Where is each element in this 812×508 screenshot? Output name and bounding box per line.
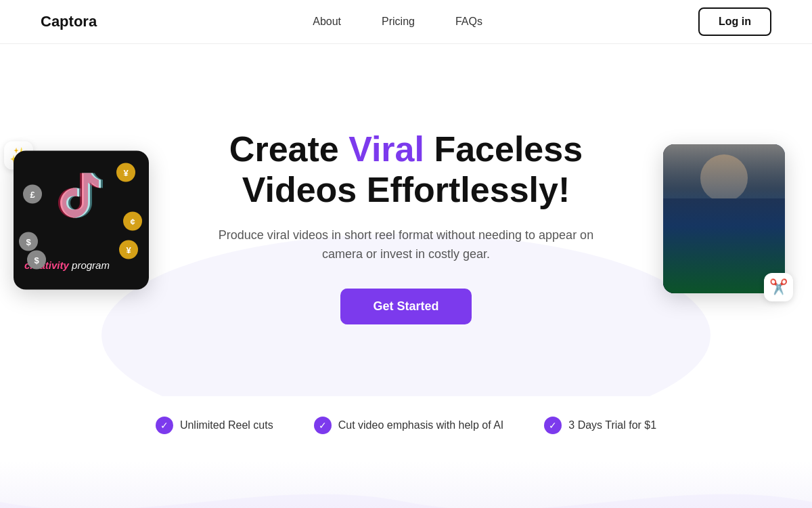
hero-right-illustration: ✂️ [663, 144, 798, 296]
video-overlay [663, 144, 785, 293]
feature-item-2: ✓ 3 Days Trial for $1 [544, 417, 656, 434]
hero-subtitle: Produce viral videos in short reel forma… [210, 226, 602, 265]
navbar: Captora About Pricing FAQs Log in [0, 0, 812, 44]
nav-link-pricing[interactable]: Pricing [382, 16, 415, 28]
hero-left-illustration: ✨ ¥ £ ¢ $ ¥ $ [14, 151, 176, 290]
hero-title-accent: Viral [348, 129, 424, 169]
coin-1: ¥ [116, 163, 135, 182]
coin-5: ¥ [119, 240, 138, 259]
coin-6: $ [27, 251, 46, 270]
video-thumbnail [663, 144, 785, 293]
person-silhouette [663, 144, 785, 293]
feature-item-0: ✓ Unlimited Reel cuts [156, 417, 273, 434]
coin-2: £ [23, 185, 42, 204]
coin-3: ¢ [123, 212, 142, 231]
feature-label-0: Unlimited Reel cuts [180, 419, 273, 431]
nav-link-faqs[interactable]: FAQs [455, 16, 482, 28]
get-started-button[interactable]: Get Started [340, 289, 471, 324]
scissors-icon: ✂️ [764, 273, 793, 301]
brand-logo[interactable]: Captora [41, 13, 97, 30]
feature-item-1: ✓ Cut video emphasis with help of AI [314, 417, 504, 434]
hero-content: Create Viral Faceless Videos Effortlessl… [210, 129, 602, 324]
wave-svg [0, 461, 812, 508]
coin-4: $ [19, 232, 38, 251]
features-bar: ✓ Unlimited Reel cuts ✓ Cut video emphas… [0, 396, 812, 461]
hero-title: Create Viral Faceless Videos Effortlessl… [210, 129, 602, 211]
tiktok-icon [58, 167, 105, 229]
nav-link-about[interactable]: About [313, 16, 341, 28]
nav-links: About Pricing FAQs [313, 16, 482, 28]
hero-title-prefix: Create [229, 129, 348, 169]
check-icon-2: ✓ [544, 417, 562, 434]
check-icon-1: ✓ [314, 417, 332, 434]
feature-label-2: 3 Days Trial for $1 [568, 419, 656, 431]
feature-label-1: Cut video emphasis with help of AI [338, 419, 504, 431]
check-icon-0: ✓ [156, 417, 173, 434]
wave-divider [0, 461, 812, 508]
login-button[interactable]: Log in [698, 7, 771, 36]
hero-section: ✨ ¥ £ ¢ $ ¥ $ [0, 44, 812, 396]
tiktok-card: ¥ £ ¢ $ ¥ $ creat [14, 151, 149, 290]
